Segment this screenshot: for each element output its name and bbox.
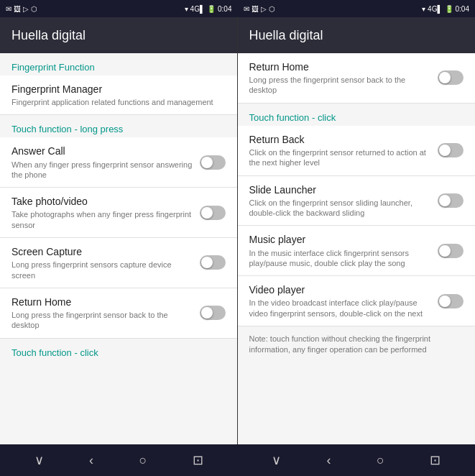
music-player-title: Music player [249,233,433,246]
left-title: Huella digital [11,28,86,43]
answer-call-desc: When any finger press fingerprint sensor… [11,160,194,180]
nav-recent-right[interactable]: ⊡ [424,449,446,471]
slide-launcher-item[interactable]: Slide Launcher Click on the fingerprint … [238,176,476,226]
nav-back-left[interactable]: ‹ [83,450,99,471]
screen-capture-item[interactable]: Screen Capture Long press fingerprint se… [0,238,237,288]
left-panel-body[interactable]: Fingerprint Function Fingerprint Manager… [0,53,237,444]
right-title: Huella digital [249,28,323,43]
right-panel-body[interactable]: Return Home Long press the fingerprint s… [238,53,476,444]
fingerprint-manager-desc: Fingerprint application related function… [11,97,220,107]
return-home-left-item[interactable]: Return Home Long press the fingerprint s… [0,288,237,339]
nav-home-left[interactable]: ○ [134,450,153,471]
right-panel-header: Huella digital [238,17,476,53]
music-player-item[interactable]: Music player In the music interface clic… [238,226,476,276]
return-back-toggle[interactable] [438,143,464,157]
bottom-nav-left: ∨ ‹ ○ ⊡ [0,444,238,476]
nav-down-right[interactable]: ∨ [266,449,287,471]
return-home-right-title: Return Home [249,60,433,73]
take-photo-title: Take photo/video [11,195,194,208]
status-bar-right: ✉ 🖼 ▷ ⬡ ▾ 4G▌ 🔋 0:04 [238,0,476,17]
return-home-right-item[interactable]: Return Home Long press the fingerprint s… [238,53,476,104]
left-panel: Huella digital Fingerprint Function Fing… [0,17,238,444]
extra-icon: ⬡ [31,5,37,13]
nav-down-left[interactable]: ∨ [29,449,50,471]
screen-capture-desc: Long press fingerprint sensors capture d… [11,260,194,280]
return-home-left-desc: Long press the fingerprint sensor back t… [11,310,194,331]
left-panel-header: Huella digital [0,17,237,53]
answer-call-toggle[interactable] [200,155,226,170]
slide-launcher-toggle[interactable] [438,193,464,208]
take-photo-desc: Take photographs when any finger press f… [11,209,194,230]
fingerprint-manager-title: Fingerprint Manager [11,83,220,96]
slide-launcher-title: Slide Launcher [249,183,433,196]
fingerprint-manager-item[interactable]: Fingerprint Manager Fingerprint applicat… [0,75,237,115]
note-text: Note: touch function without checking th… [238,326,476,363]
section-fingerprint-function: Fingerprint Function [0,53,237,75]
signal-right: 4G▌ [428,5,442,13]
return-back-title: Return Back [249,133,433,146]
music-player-toggle[interactable] [438,244,464,258]
music-player-desc: In the music interface click fingerprint… [249,248,433,269]
nav-recent-left[interactable]: ⊡ [187,449,209,471]
screen-capture-toggle[interactable] [200,255,226,270]
screen-capture-title: Screen Capture [11,245,194,258]
wifi-icon: ▾ [185,5,188,13]
section-touch-long-press: Touch function - long press [0,115,237,137]
return-home-right-toggle[interactable] [438,70,464,85]
status-bar-left: ✉ 🖼 ▷ ⬡ ▾ 4G▌ 🔋 0:04 [0,0,238,17]
right-panel: Huella digital Return Home Long press th… [238,17,476,444]
video-player-item[interactable]: Video player In the video broadcast inte… [238,276,476,326]
time-left: 0:04 [218,5,231,13]
answer-call-item[interactable]: Answer Call When any finger press finger… [0,137,237,188]
nav-home-right[interactable]: ○ [371,450,390,471]
take-photo-toggle[interactable] [200,206,226,220]
return-back-desc: Click on the fingerprint sensor returned… [249,147,433,168]
return-back-item[interactable]: Return Back Click on the fingerprint sen… [238,126,476,176]
nav-back-right[interactable]: ‹ [321,450,337,471]
battery-left: 🔋 [207,5,216,13]
signal-left: 4G▌ [190,5,205,13]
play-icon: ▷ [23,5,29,13]
system-icons-right: ▾ 4G▌ 🔋 0:04 [422,5,469,13]
wifi-icon-r: ▾ [422,5,425,13]
status-bar: ✉ 🖼 ▷ ⬡ ▾ 4G▌ 🔋 0:04 ✉ 🖼 ▷ ⬡ ▾ 4G▌ 🔋 0:0… [0,0,475,17]
return-home-left-toggle[interactable] [200,306,226,320]
system-icons-left: ▾ 4G▌ 🔋 0:04 [185,5,232,13]
bottom-nav-right: ∨ ‹ ○ ⊡ [238,444,476,476]
video-player-title: Video player [249,283,433,296]
section-touch-click-left: Touch function - click [0,339,237,361]
bottom-nav: ∨ ‹ ○ ⊡ ∨ ‹ ○ ⊡ [0,444,475,476]
email-icon-r: ✉ [244,5,249,13]
return-home-left-title: Return Home [11,296,194,308]
email-icon: ✉ [6,5,11,13]
return-home-right-desc: Long press the fingerprint sensor back t… [249,75,433,96]
notification-icons-left: ✉ 🖼 ▷ ⬡ [6,5,37,13]
slide-launcher-desc: Click on the fingerprint sensor sliding … [249,198,433,219]
video-player-desc: In the video broadcast interface click p… [249,298,433,319]
main-content: Huella digital Fingerprint Function Fing… [0,17,475,444]
section-touch-click-right: Touch function - click [238,104,476,126]
answer-call-title: Answer Call [11,145,194,157]
extra-icon-r: ⬡ [269,5,275,13]
battery-right: 🔋 [445,5,453,13]
image-icon: 🖼 [14,5,21,13]
notification-icons-right: ✉ 🖼 ▷ ⬡ [244,5,275,13]
play-icon-r: ▷ [261,5,267,13]
take-photo-item[interactable]: Take photo/video Take photographs when a… [0,188,237,238]
time-right: 0:04 [456,5,469,13]
image-icon-r: 🖼 [252,5,259,13]
video-player-toggle[interactable] [438,294,464,308]
